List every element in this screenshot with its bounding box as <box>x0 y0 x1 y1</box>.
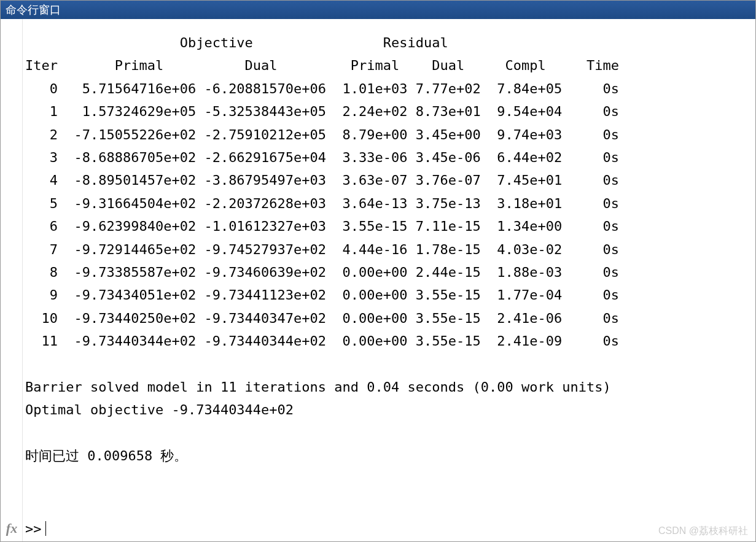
titlebar: 命令行窗口 <box>1 1 755 19</box>
output-area[interactable]: Objective Residual Iter Primal Dual Prim… <box>1 19 755 521</box>
cursor-icon[interactable] <box>45 521 46 536</box>
output-row: 5 -9.31664504e+02 -2.20372628e+03 3.64e-… <box>25 196 619 211</box>
output-elapsed: 时间已过 0.009658 秒。 <box>25 448 187 463</box>
command-window: 命令行窗口 Objective Residual Iter Primal Dua… <box>0 0 756 542</box>
output-summary2: Optimal objective -9.73440344e+02 <box>25 402 294 417</box>
output-row: 6 -9.62399840e+02 -1.01612327e+03 3.55e-… <box>25 219 619 234</box>
prompt-symbol: >> <box>23 521 42 536</box>
output-row: 9 -9.73434051e+02 -9.73441123e+02 0.00e+… <box>25 287 619 303</box>
output-row: 7 -9.72914465e+02 -9.74527937e+02 4.44e-… <box>25 242 619 257</box>
output-row: 11 -9.73440344e+02 -9.73440344e+02 0.00e… <box>25 333 619 349</box>
output-row: 1 1.57324629e+05 -5.32538443e+05 2.24e+0… <box>25 104 619 119</box>
body-area: Objective Residual Iter Primal Dual Prim… <box>1 19 755 541</box>
output-row: 3 -8.68886705e+02 -2.66291675e+04 3.33e-… <box>25 150 619 165</box>
gutter <box>1 19 23 541</box>
prompt-row: fx >> <box>1 521 755 541</box>
output-row: 0 5.71564716e+06 -6.20881570e+06 1.01e+0… <box>25 81 619 96</box>
output-header2: Iter Primal Dual Primal Dual Compl Time <box>25 58 619 73</box>
output-row: 8 -9.73385587e+02 -9.73460639e+02 0.00e+… <box>25 265 619 280</box>
output-summary1: Barrier solved model in 11 iterations an… <box>25 379 611 395</box>
output-header1: Objective Residual <box>25 35 448 50</box>
window-title: 命令行窗口 <box>6 4 61 16</box>
output-row: 2 -7.15055226e+02 -2.75910212e+05 8.79e+… <box>25 127 619 142</box>
output-row: 4 -8.89501457e+02 -3.86795497e+03 3.63e-… <box>25 172 619 188</box>
output-row: 10 -9.73440250e+02 -9.73440347e+02 0.00e… <box>25 311 619 326</box>
